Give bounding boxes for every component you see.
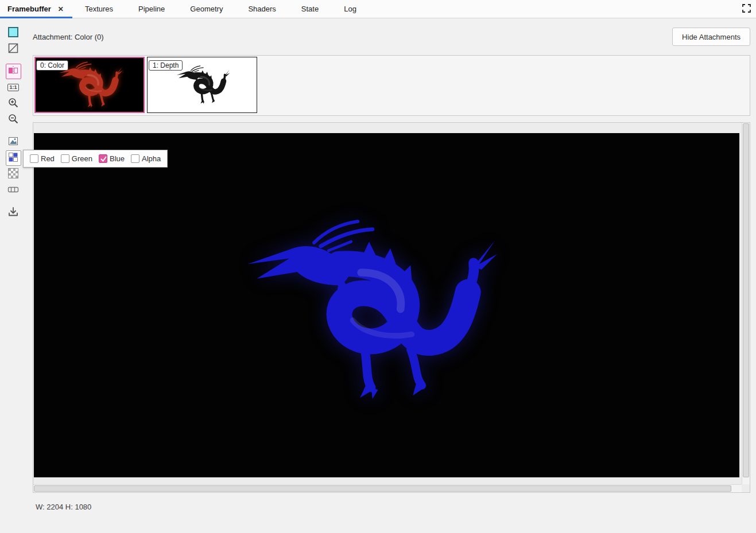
tab-geometry[interactable]: Geometry	[177, 0, 235, 18]
channel-blue-checkbox[interactable]: Blue	[99, 154, 125, 163]
status-bar: W: 2204 H: 1080	[36, 503, 91, 511]
attachment-label: Attachment: Color (0)	[33, 33, 104, 41]
flip-horizontal-icon	[7, 65, 19, 78]
channels-button[interactable]	[6, 150, 21, 166]
transparent-background-button[interactable]	[6, 41, 21, 57]
framebuffer-viewer-window: Framebuffer ✕ Textures Pipeline Geometry…	[0, 0, 756, 533]
range-slider-icon	[7, 184, 19, 197]
hide-attachments-button[interactable]: Hide Attachments	[672, 28, 750, 46]
background-color-button[interactable]	[6, 25, 21, 41]
tab-state[interactable]: State	[289, 0, 331, 18]
tab-bar: Framebuffer ✕ Textures Pipeline Geometry…	[0, 0, 756, 18]
vertical-scrollbar[interactable]	[742, 123, 750, 484]
horizontal-scrollbar-thumb[interactable]	[34, 485, 731, 492]
checkbox-checked-icon	[99, 154, 107, 163]
dragon-preview-depth	[173, 65, 231, 105]
tab-log[interactable]: Log	[331, 0, 369, 18]
channel-toggle-bar: Red Green Blue Alpha	[23, 150, 168, 168]
channel-green-checkbox[interactable]: Green	[61, 154, 92, 163]
checkerboard-icon	[8, 168, 18, 180]
download-icon	[7, 206, 19, 219]
tab-framebuffer[interactable]: Framebuffer ✕	[0, 0, 72, 18]
checkbox-icon	[30, 154, 38, 163]
color-swatch-icon	[7, 26, 19, 40]
actual-size-button[interactable]: 1:1	[6, 80, 21, 95]
tab-textures[interactable]: Textures	[72, 0, 126, 18]
save-image-button[interactable]	[6, 205, 21, 220]
tab-pipeline[interactable]: Pipeline	[126, 0, 177, 18]
attachment-thumb-color[interactable]: 0: Color	[34, 57, 145, 113]
close-tab-icon[interactable]: ✕	[57, 5, 65, 14]
dragon-render-blue	[232, 219, 502, 404]
attachments-header: Attachment: Color (0) Hide Attachments	[33, 28, 750, 46]
checkbox-icon	[61, 154, 69, 163]
tab-shaders[interactable]: Shaders	[235, 0, 288, 18]
zoom-in-button[interactable]	[6, 96, 21, 111]
zoom-in-icon	[7, 97, 19, 110]
image-viewer	[33, 122, 750, 493]
fullscreen-icon	[742, 3, 751, 15]
attachment-thumb-depth[interactable]: 1: Depth	[147, 57, 257, 113]
zoom-out-button[interactable]	[6, 112, 21, 127]
fullscreen-button[interactable]	[737, 0, 756, 18]
framebuffer-image[interactable]	[34, 133, 739, 477]
rgba-grid-icon	[7, 151, 19, 165]
horizontal-scrollbar[interactable]	[33, 484, 742, 492]
image-dimensions-label: W: 2204 H: 1080	[36, 503, 91, 511]
attachment-badge: 1: Depth	[149, 60, 183, 71]
left-toolbar: 1:1	[0, 18, 26, 533]
checkbox-icon	[131, 154, 139, 163]
fit-image-button[interactable]	[6, 134, 21, 150]
one-to-one-icon: 1:1	[7, 84, 18, 92]
range-button[interactable]	[6, 182, 21, 198]
diagonal-square-icon	[7, 42, 19, 56]
attachments-strip: 0: Color 1: Depth	[33, 55, 750, 116]
channel-alpha-checkbox[interactable]: Alpha	[131, 154, 161, 163]
zoom-out-icon	[7, 113, 19, 126]
channel-red-checkbox[interactable]: Red	[30, 154, 55, 163]
tab-framebuffer-label: Framebuffer	[7, 5, 51, 13]
picture-icon	[7, 135, 19, 149]
flip-image-button[interactable]	[6, 64, 21, 79]
checkerboard-button[interactable]	[6, 166, 21, 182]
vertical-scrollbar-thumb[interactable]	[743, 123, 749, 477]
attachment-badge: 0: Color	[36, 60, 68, 71]
